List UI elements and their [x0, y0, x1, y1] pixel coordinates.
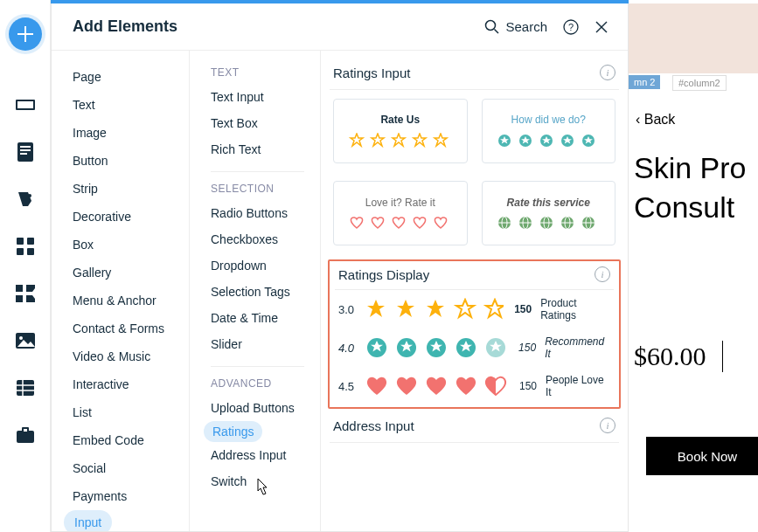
site-design-icon[interactable] — [14, 188, 37, 211]
content-manager-icon[interactable] — [14, 377, 37, 399]
section-title-ratings-display: Ratings Display — [338, 267, 595, 282]
globe-row-icon — [496, 216, 601, 230]
svg-rect-10 — [27, 248, 34, 255]
category-button[interactable]: Button — [52, 147, 189, 175]
selection-tag-column[interactable]: mn 2 — [629, 75, 660, 89]
back-link-label: Back — [644, 112, 676, 127]
category-input[interactable]: Input — [64, 510, 112, 531]
subheader-advanced: ADVANCED — [190, 377, 320, 395]
sub-text-box[interactable]: Text Box — [190, 110, 320, 136]
divider — [211, 171, 304, 172]
svg-rect-17 — [17, 431, 34, 443]
info-icon[interactable]: i — [595, 266, 610, 282]
category-text[interactable]: Text — [52, 91, 189, 119]
svg-rect-1 — [17, 101, 33, 108]
star-circle-row-icon — [365, 336, 508, 359]
business-icon[interactable] — [14, 424, 37, 446]
element-preview-panel: Ratings Input i Rate Us — [321, 51, 628, 531]
svg-rect-13 — [17, 380, 34, 396]
star-row-icon — [365, 298, 504, 321]
selection-tag-column2[interactable]: #column2 — [672, 75, 727, 91]
ratings-input-card-globe[interactable]: Rate this service — [482, 181, 616, 245]
ratings-display-highlight: Ratings Display i 3.0 150 — [328, 259, 621, 409]
search-label: Search — [505, 19, 547, 34]
star-row-icon — [348, 133, 453, 149]
svg-point-20 — [486, 20, 496, 30]
sub-checkboxes[interactable]: Checkboxes — [190, 226, 320, 252]
label-text: Recommend It — [545, 335, 610, 360]
category-embed-code[interactable]: Embed Code — [52, 426, 189, 454]
category-page[interactable]: Page — [52, 63, 189, 91]
back-link[interactable]: ‹ Back — [636, 112, 675, 128]
category-gallery[interactable]: Gallery — [52, 259, 189, 287]
svg-rect-19 — [24, 429, 27, 432]
ratings-input-card-gold[interactable]: Rate Us — [333, 99, 468, 163]
help-button[interactable]: ? — [563, 19, 579, 35]
sub-dropdown[interactable]: Dropdown — [190, 252, 320, 279]
divider — [211, 366, 304, 367]
sub-ratings[interactable]: Ratings — [204, 421, 262, 442]
service-price: $60.00 — [634, 342, 706, 371]
svg-rect-8 — [27, 238, 34, 245]
category-image[interactable]: Image — [52, 119, 189, 147]
category-contact-forms[interactable]: Contact & Forms — [52, 314, 189, 342]
sub-switch[interactable]: Switch — [190, 468, 320, 494]
ratings-display-row-heart[interactable]: 4.5 — [335, 367, 614, 405]
add-elements-panel: Add Elements Search ? Page Text Image Bu… — [51, 3, 629, 532]
sub-slider[interactable]: Slider — [190, 331, 320, 357]
add-elements-button[interactable] — [9, 17, 42, 51]
score-text: 4.0 — [338, 342, 360, 355]
count-text: 150 — [514, 303, 532, 315]
service-title: Skin ProConsult — [634, 149, 747, 227]
count-text: 150 — [518, 342, 536, 354]
sub-radio-buttons[interactable]: Radio Buttons — [190, 200, 320, 226]
subcategory-list: TEXT Text Input Text Box Rich Text SELEC… — [190, 51, 321, 531]
card-title: Love it? Rate it — [365, 197, 435, 209]
ratings-input-card-heart[interactable]: Love it? Rate it — [333, 181, 468, 245]
score-text: 3.0 — [338, 303, 359, 316]
ratings-display-row-teal[interactable]: 4.0 150 Recommend It — [335, 328, 614, 367]
svg-rect-7 — [17, 238, 24, 245]
info-icon[interactable]: i — [600, 65, 615, 80]
category-list: Page Text Image Button Strip Decorative … — [52, 51, 190, 531]
label-text: People Love It — [546, 374, 610, 398]
media-icon[interactable] — [14, 329, 37, 352]
sub-selection-tags[interactable]: Selection Tags — [190, 279, 320, 305]
sub-upload-buttons[interactable]: Upload Buttons — [190, 395, 320, 421]
svg-rect-9 — [17, 248, 24, 255]
sub-address-input[interactable]: Address Input — [190, 442, 320, 468]
category-social[interactable]: Social — [52, 454, 189, 482]
category-list-item[interactable]: List — [52, 398, 189, 426]
sub-date-time[interactable]: Date & Time — [190, 305, 320, 331]
subheader-text: TEXT — [190, 66, 320, 84]
divider — [722, 341, 723, 372]
category-video-music[interactable]: Video & Music — [52, 342, 189, 370]
hero-image-crop — [629, 3, 758, 73]
svg-rect-3 — [20, 146, 31, 148]
search-button[interactable]: Search — [484, 19, 547, 35]
site-pages-icon[interactable] — [14, 93, 37, 116]
app-market-icon[interactable] — [14, 282, 37, 305]
card-title: How did we do? — [511, 114, 586, 126]
svg-rect-4 — [20, 149, 31, 151]
category-box[interactable]: Box — [52, 231, 189, 259]
ratings-display-row-gold[interactable]: 3.0 150 Product Ratings — [335, 290, 614, 328]
search-icon — [484, 19, 500, 35]
sub-text-input[interactable]: Text Input — [190, 84, 320, 110]
category-menu-anchor[interactable]: Menu & Anchor — [52, 287, 189, 314]
category-decorative[interactable]: Decorative — [52, 203, 189, 231]
ratings-input-card-teal[interactable]: How did we do? — [482, 99, 616, 163]
book-now-button[interactable]: Book Now — [646, 437, 758, 475]
heart-row-icon — [348, 216, 453, 230]
category-strip[interactable]: Strip — [52, 175, 189, 203]
section-title-ratings-input: Ratings Input — [333, 66, 600, 80]
close-button[interactable] — [595, 20, 608, 34]
add-apps-icon[interactable] — [14, 235, 37, 258]
category-interactive[interactable]: Interactive — [52, 370, 189, 398]
page-sections-icon[interactable] — [14, 141, 37, 163]
category-payments[interactable]: Payments — [52, 482, 189, 510]
svg-rect-5 — [20, 153, 27, 155]
info-icon[interactable]: i — [600, 418, 615, 433]
heart-row-icon — [365, 376, 509, 397]
sub-rich-text[interactable]: Rich Text — [190, 136, 320, 162]
